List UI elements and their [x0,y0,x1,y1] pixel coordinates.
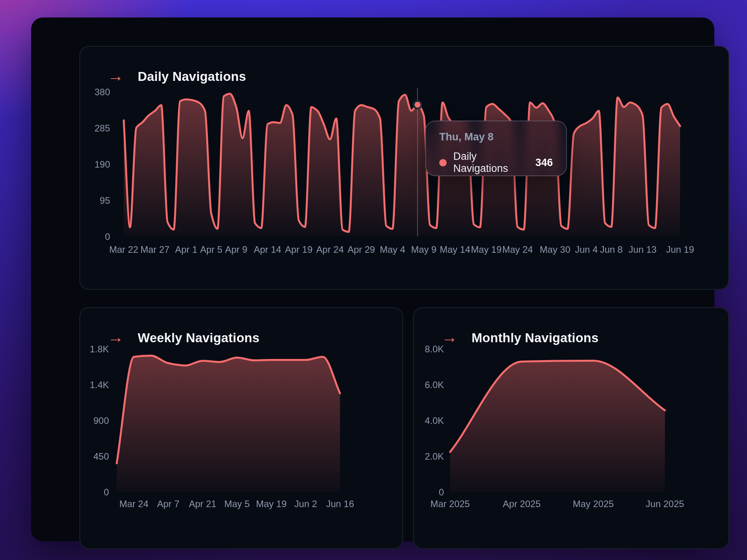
card-header: → Daily Navigations [80,47,728,85]
tooltip-series-row: Daily Navigations 346 [439,150,553,175]
monthly-navigations-card: → Monthly Navigations [413,307,729,549]
tooltip-date: Thu, May 8 [439,131,553,143]
card-header: → Monthly Navigations [414,308,728,346]
arrow-right-icon: → [107,68,124,84]
arrow-right-icon: → [107,329,124,345]
tooltip-series-value: 346 [535,157,553,169]
chart-title-weekly: Weekly Navigations [138,331,260,345]
chart-tooltip: Thu, May 8 Daily Navigations 346 [425,121,567,176]
desktop-wallpaper: { "colors": { "accent": "#f56d6d", "card… [0,0,747,560]
arrow-right-icon: → [441,329,458,345]
series-dot-icon [439,159,447,166]
chart-title-daily: Daily Navigations [138,69,246,84]
dashboard-panel: → Daily Navigations → Weekly Navigations… [31,18,714,541]
chart-title-monthly: Monthly Navigations [472,331,599,345]
tooltip-series-label: Daily Navigations [453,150,529,175]
weekly-navigations-card: → Weekly Navigations [79,307,403,549]
card-header: → Weekly Navigations [80,308,402,346]
daily-navigations-card: → Daily Navigations [79,46,729,290]
